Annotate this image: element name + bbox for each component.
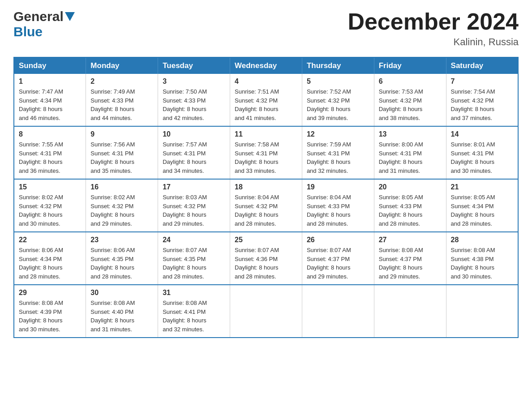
day-number: 31 xyxy=(163,289,225,297)
calendar-cell xyxy=(446,285,518,338)
day-info: Sunrise: 8:04 AMSunset: 4:33 PMDaylight:… xyxy=(307,193,369,228)
calendar-cell xyxy=(302,285,374,338)
calendar-cell xyxy=(374,285,446,338)
calendar-week-row: 1Sunrise: 7:47 AMSunset: 4:34 PMDaylight… xyxy=(14,74,518,126)
day-info: Sunrise: 7:49 AMSunset: 4:33 PMDaylight:… xyxy=(90,87,153,122)
calendar-table: SundayMondayTuesdayWednesdayThursdayFrid… xyxy=(13,57,519,338)
day-number: 22 xyxy=(19,236,81,244)
day-number: 25 xyxy=(235,236,297,244)
month-title: December 2024 xyxy=(348,9,519,34)
day-info: Sunrise: 7:56 AMSunset: 4:31 PMDaylight:… xyxy=(90,140,153,175)
day-number: 7 xyxy=(451,77,513,86)
calendar-cell: 3Sunrise: 7:50 AMSunset: 4:33 PMDaylight… xyxy=(158,74,230,126)
day-info: Sunrise: 8:04 AMSunset: 4:32 PMDaylight:… xyxy=(235,193,297,228)
day-info: Sunrise: 8:08 AMSunset: 4:40 PMDaylight:… xyxy=(90,299,153,334)
day-number: 2 xyxy=(90,77,153,86)
calendar-cell: 19Sunrise: 8:04 AMSunset: 4:33 PMDayligh… xyxy=(302,179,374,232)
header-sunday: Sunday xyxy=(14,57,86,74)
calendar-cell: 17Sunrise: 8:03 AMSunset: 4:32 PMDayligh… xyxy=(158,179,230,232)
day-info: Sunrise: 8:08 AMSunset: 4:37 PMDaylight:… xyxy=(379,246,442,281)
calendar-cell: 25Sunrise: 8:07 AMSunset: 4:36 PMDayligh… xyxy=(230,232,302,285)
day-number: 6 xyxy=(379,77,442,86)
title-section: December 2024 Kalinin, Russia xyxy=(348,9,519,48)
day-number: 5 xyxy=(307,77,369,86)
calendar-cell: 21Sunrise: 8:05 AMSunset: 4:34 PMDayligh… xyxy=(446,179,518,232)
day-number: 16 xyxy=(90,183,153,191)
day-number: 20 xyxy=(379,183,442,191)
day-info: Sunrise: 8:07 AMSunset: 4:37 PMDaylight:… xyxy=(307,246,369,281)
day-info: Sunrise: 8:05 AMSunset: 4:34 PMDaylight:… xyxy=(451,193,513,228)
day-number: 12 xyxy=(307,130,369,138)
day-info: Sunrise: 8:06 AMSunset: 4:35 PMDaylight:… xyxy=(90,246,153,281)
day-info: Sunrise: 8:08 AMSunset: 4:39 PMDaylight:… xyxy=(19,299,81,334)
calendar-cell: 11Sunrise: 7:58 AMSunset: 4:31 PMDayligh… xyxy=(230,126,302,179)
calendar-header-row: SundayMondayTuesdayWednesdayThursdayFrid… xyxy=(14,57,518,74)
calendar-cell: 4Sunrise: 7:51 AMSunset: 4:32 PMDaylight… xyxy=(230,74,302,126)
day-number: 24 xyxy=(163,236,225,244)
logo-blue-text: Blue xyxy=(13,24,43,39)
calendar-week-row: 22Sunrise: 8:06 AMSunset: 4:34 PMDayligh… xyxy=(14,232,518,285)
calendar-week-row: 15Sunrise: 8:02 AMSunset: 4:32 PMDayligh… xyxy=(14,179,518,232)
calendar-cell: 15Sunrise: 8:02 AMSunset: 4:32 PMDayligh… xyxy=(14,179,86,232)
day-info: Sunrise: 7:52 AMSunset: 4:32 PMDaylight:… xyxy=(307,87,369,122)
logo-triangle-icon xyxy=(65,12,75,23)
day-number: 30 xyxy=(90,289,153,297)
location-text: Kalinin, Russia xyxy=(348,36,519,48)
calendar-cell: 29Sunrise: 8:08 AMSunset: 4:39 PMDayligh… xyxy=(14,285,86,338)
calendar-cell: 5Sunrise: 7:52 AMSunset: 4:32 PMDaylight… xyxy=(302,74,374,126)
calendar-cell: 18Sunrise: 8:04 AMSunset: 4:32 PMDayligh… xyxy=(230,179,302,232)
day-number: 3 xyxy=(163,77,225,86)
day-info: Sunrise: 8:05 AMSunset: 4:33 PMDaylight:… xyxy=(379,193,442,228)
day-number: 26 xyxy=(307,236,369,244)
calendar-cell: 31Sunrise: 8:08 AMSunset: 4:41 PMDayligh… xyxy=(158,285,230,338)
day-info: Sunrise: 7:59 AMSunset: 4:31 PMDaylight:… xyxy=(307,140,369,175)
day-number: 29 xyxy=(19,289,81,297)
day-info: Sunrise: 8:07 AMSunset: 4:36 PMDaylight:… xyxy=(235,246,297,281)
day-info: Sunrise: 7:54 AMSunset: 4:32 PMDaylight:… xyxy=(451,87,513,122)
calendar-cell: 24Sunrise: 8:07 AMSunset: 4:35 PMDayligh… xyxy=(158,232,230,285)
header-wednesday: Wednesday xyxy=(230,57,302,74)
calendar-cell: 28Sunrise: 8:08 AMSunset: 4:38 PMDayligh… xyxy=(446,232,518,285)
day-info: Sunrise: 8:08 AMSunset: 4:38 PMDaylight:… xyxy=(451,246,513,281)
day-info: Sunrise: 7:57 AMSunset: 4:31 PMDaylight:… xyxy=(163,140,225,175)
header-friday: Friday xyxy=(374,57,446,74)
calendar-cell: 9Sunrise: 7:56 AMSunset: 4:31 PMDaylight… xyxy=(86,126,158,179)
day-info: Sunrise: 7:51 AMSunset: 4:32 PMDaylight:… xyxy=(235,87,297,122)
calendar-cell: 12Sunrise: 7:59 AMSunset: 4:31 PMDayligh… xyxy=(302,126,374,179)
day-number: 13 xyxy=(379,130,442,138)
day-info: Sunrise: 8:00 AMSunset: 4:31 PMDaylight:… xyxy=(379,140,442,175)
day-number: 11 xyxy=(235,130,297,138)
calendar-cell: 10Sunrise: 7:57 AMSunset: 4:31 PMDayligh… xyxy=(158,126,230,179)
header-monday: Monday xyxy=(86,57,158,74)
day-number: 21 xyxy=(451,183,513,191)
calendar-cell: 14Sunrise: 8:01 AMSunset: 4:31 PMDayligh… xyxy=(446,126,518,179)
day-info: Sunrise: 7:47 AMSunset: 4:34 PMDaylight:… xyxy=(19,87,81,122)
day-info: Sunrise: 8:02 AMSunset: 4:32 PMDaylight:… xyxy=(19,193,81,228)
calendar-week-row: 29Sunrise: 8:08 AMSunset: 4:39 PMDayligh… xyxy=(14,285,518,338)
calendar-cell: 22Sunrise: 8:06 AMSunset: 4:34 PMDayligh… xyxy=(14,232,86,285)
calendar-cell: 2Sunrise: 7:49 AMSunset: 4:33 PMDaylight… xyxy=(86,74,158,126)
day-number: 15 xyxy=(19,183,81,191)
header-saturday: Saturday xyxy=(446,57,518,74)
day-info: Sunrise: 8:07 AMSunset: 4:35 PMDaylight:… xyxy=(163,246,225,281)
calendar-cell: 16Sunrise: 8:02 AMSunset: 4:32 PMDayligh… xyxy=(86,179,158,232)
day-number: 28 xyxy=(451,236,513,244)
header-tuesday: Tuesday xyxy=(158,57,230,74)
day-info: Sunrise: 8:06 AMSunset: 4:34 PMDaylight:… xyxy=(19,246,81,281)
calendar-cell: 1Sunrise: 7:47 AMSunset: 4:34 PMDaylight… xyxy=(14,74,86,126)
logo: General Blue xyxy=(13,9,75,39)
day-number: 4 xyxy=(235,77,297,86)
calendar-cell: 26Sunrise: 8:07 AMSunset: 4:37 PMDayligh… xyxy=(302,232,374,285)
day-info: Sunrise: 7:50 AMSunset: 4:33 PMDaylight:… xyxy=(163,87,225,122)
day-number: 18 xyxy=(235,183,297,191)
day-number: 1 xyxy=(19,77,81,86)
day-number: 17 xyxy=(163,183,225,191)
calendar-week-row: 8Sunrise: 7:55 AMSunset: 4:31 PMDaylight… xyxy=(14,126,518,179)
day-info: Sunrise: 7:58 AMSunset: 4:31 PMDaylight:… xyxy=(235,140,297,175)
calendar-cell: 30Sunrise: 8:08 AMSunset: 4:40 PMDayligh… xyxy=(86,285,158,338)
day-number: 8 xyxy=(19,130,81,138)
day-number: 23 xyxy=(90,236,153,244)
day-number: 14 xyxy=(451,130,513,138)
day-info: Sunrise: 8:08 AMSunset: 4:41 PMDaylight:… xyxy=(163,299,225,334)
calendar-cell: 8Sunrise: 7:55 AMSunset: 4:31 PMDaylight… xyxy=(14,126,86,179)
